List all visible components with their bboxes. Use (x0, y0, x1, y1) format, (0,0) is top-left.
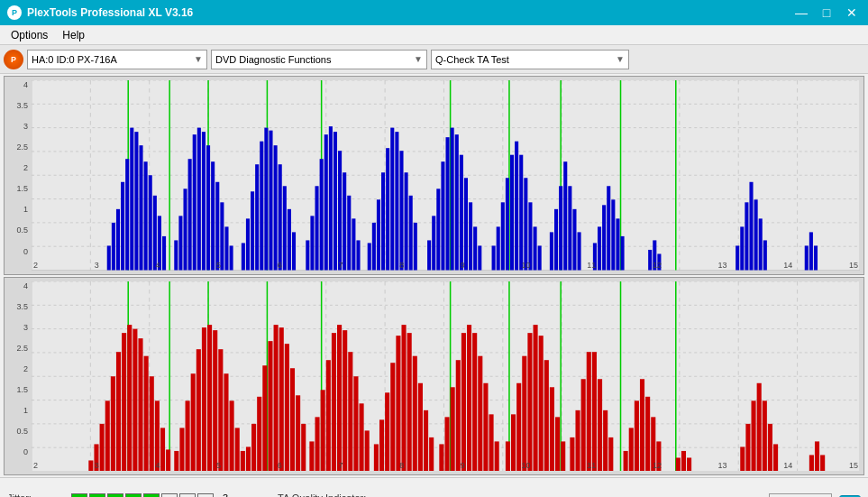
ta-quality-section: TA Quality Indicator: Good (278, 492, 366, 497)
window-controls: — □ ✕ (792, 5, 861, 20)
drive-select[interactable]: HA:0 ID:0 PX-716A ▼ (27, 50, 207, 69)
svg-rect-185 (122, 333, 126, 471)
svg-rect-210 (262, 365, 267, 471)
svg-rect-79 (338, 151, 342, 270)
jitter-label: Jitter: (7, 492, 66, 498)
jitter-seg-5 (143, 493, 160, 498)
svg-rect-236 (413, 355, 417, 471)
top-chart-x-axis: 2 3 4 5 6 7 8 9 10 11 12 13 14 15 (32, 258, 860, 272)
svg-rect-234 (401, 325, 406, 471)
svg-rect-266 (592, 352, 597, 471)
svg-rect-54 (206, 145, 210, 270)
svg-rect-68 (279, 164, 282, 270)
plextools-icon: P (4, 50, 23, 69)
svg-rect-75 (320, 159, 324, 270)
svg-rect-211 (268, 341, 272, 471)
top-chart: 4 3.5 3 2.5 2 1.5 1 0.5 0 (4, 76, 864, 275)
svg-rect-232 (390, 363, 395, 471)
metrics-left: Jitter: 3 Peak Shift: (7, 492, 242, 498)
svg-rect-38 (125, 159, 129, 270)
svg-rect-43 (149, 175, 152, 270)
svg-rect-63 (255, 164, 259, 270)
jitter-seg-7 (179, 493, 196, 498)
jitter-seg-3 (107, 493, 123, 498)
menu-help[interactable]: Help (55, 27, 92, 43)
svg-rect-51 (193, 134, 196, 270)
svg-rect-233 (396, 336, 400, 471)
svg-rect-92 (405, 172, 408, 270)
close-button[interactable]: ✕ (843, 5, 861, 20)
svg-rect-246 (472, 333, 477, 471)
jitter-row: Jitter: 3 (7, 492, 242, 498)
svg-rect-273 (640, 379, 644, 471)
svg-rect-88 (386, 148, 389, 270)
svg-rect-265 (587, 352, 591, 471)
svg-rect-258 (544, 360, 549, 471)
svg-rect-188 (138, 338, 142, 471)
start-button[interactable]: Start (769, 493, 832, 498)
jitter-seg-4 (125, 493, 142, 498)
jitter-seg-2 (89, 493, 105, 498)
svg-rect-103 (464, 178, 468, 270)
function-select-arrow: ▼ (414, 54, 423, 64)
svg-rect-112 (515, 142, 518, 271)
svg-rect-267 (598, 379, 602, 471)
svg-rect-199 (202, 327, 206, 471)
svg-rect-190 (150, 376, 154, 471)
svg-rect-41 (139, 145, 142, 270)
svg-rect-255 (527, 333, 532, 471)
bottom-chart-svg (32, 281, 860, 472)
top-chart-svg (32, 80, 860, 271)
svg-rect-256 (534, 325, 538, 471)
svg-rect-64 (260, 142, 263, 271)
svg-rect-114 (524, 178, 527, 270)
window-title: PlexTools Professional XL V3.16 (27, 6, 193, 19)
svg-rect-186 (127, 325, 132, 471)
app-logo-icon: P (7, 5, 22, 20)
svg-rect-224 (343, 330, 347, 471)
svg-rect-201 (213, 330, 217, 471)
title-bar: P PlexTools Professional XL V3.16 — □ ✕ (0, 0, 868, 25)
function-select[interactable]: DVD Diagnostic Functions ▼ (211, 50, 427, 69)
svg-rect-247 (478, 355, 482, 471)
svg-rect-203 (224, 373, 228, 471)
svg-rect-198 (196, 349, 201, 471)
svg-rect-245 (467, 325, 471, 471)
svg-rect-55 (211, 161, 215, 270)
svg-rect-187 (132, 328, 137, 471)
svg-rect-111 (510, 155, 514, 271)
jitter-value: 3 (223, 492, 228, 498)
svg-rect-76 (324, 134, 328, 270)
drive-select-arrow: ▼ (194, 54, 203, 64)
jitter-seg-8 (197, 493, 214, 498)
svg-rect-102 (460, 155, 463, 271)
test-select-arrow: ▼ (616, 54, 625, 64)
top-chart-area (32, 80, 860, 271)
svg-rect-214 (285, 344, 289, 471)
jitter-seg-1 (71, 493, 87, 498)
svg-rect-257 (539, 336, 544, 471)
svg-rect-42 (144, 161, 148, 270)
test-select[interactable]: Q-Check TA Test ▼ (431, 50, 629, 69)
svg-rect-189 (144, 355, 149, 471)
minimize-button[interactable]: — (792, 5, 810, 20)
bottom-panel: Jitter: 3 Peak Shift: (0, 477, 868, 497)
svg-rect-243 (456, 360, 461, 471)
svg-rect-215 (290, 368, 295, 471)
bottom-chart-area (32, 281, 860, 472)
svg-rect-254 (522, 355, 526, 471)
svg-rect-202 (218, 349, 223, 471)
svg-rect-110 (506, 178, 509, 270)
bottom-chart: 4 3.5 3 2.5 2 1.5 1 0.5 0 (4, 277, 864, 476)
main-content: 4 3.5 3 2.5 2 1.5 1 0.5 0 (0, 74, 868, 477)
menu-options[interactable]: Options (4, 27, 55, 43)
svg-rect-212 (274, 325, 279, 471)
svg-rect-184 (116, 352, 121, 471)
maximize-button[interactable]: □ (818, 5, 836, 20)
svg-rect-80 (343, 172, 346, 270)
svg-rect-222 (332, 333, 336, 471)
svg-rect-200 (207, 325, 212, 471)
svg-rect-52 (197, 128, 201, 271)
jitter-progress (71, 493, 214, 498)
title-bar-left: P PlexTools Professional XL V3.16 (7, 5, 193, 20)
